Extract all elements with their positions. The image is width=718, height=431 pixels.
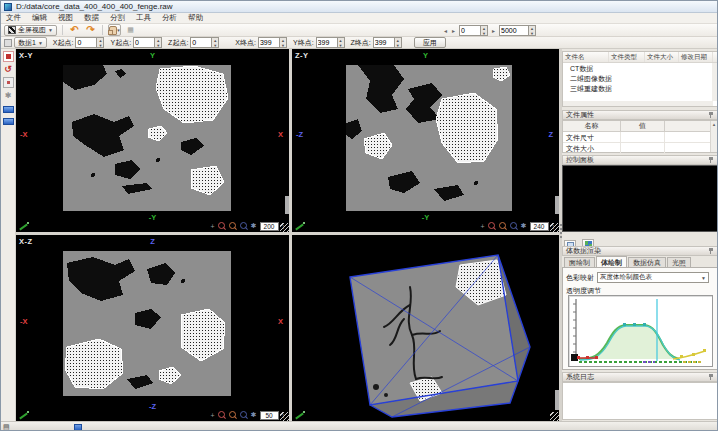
zoom-out-icon[interactable] xyxy=(229,411,237,419)
scale-spinbox[interactable]: ▲▼ xyxy=(499,25,536,36)
pin-icon[interactable] xyxy=(708,157,714,164)
marker-tool-icon[interactable] xyxy=(3,77,14,88)
y-start-spinbox[interactable]: ▲▼ xyxy=(133,37,162,48)
settings-icon[interactable]: ✱ xyxy=(251,411,257,419)
reset-view-icon[interactable]: ↺ xyxy=(3,64,14,75)
zoom-in-icon[interactable] xyxy=(488,222,496,230)
x-end-spinbox[interactable]: ▲▼ xyxy=(258,37,287,48)
redo-button[interactable]: ↷ xyxy=(84,24,97,36)
tree-item-3d-recon-data[interactable]: 三维重建数据 xyxy=(563,83,717,93)
frame-input[interactable] xyxy=(459,25,481,36)
expand-icon[interactable]: + xyxy=(211,223,215,230)
layer-button-1[interactable] xyxy=(3,106,14,113)
undo-button[interactable]: ↶ xyxy=(68,24,81,36)
system-log-box[interactable] xyxy=(562,382,718,420)
step-forward-icon[interactable]: ▸ xyxy=(491,27,496,34)
frame-spinbox[interactable]: ▲▼ xyxy=(459,25,488,36)
menu-analysis[interactable]: 分析 xyxy=(162,13,177,23)
spinner-arrows[interactable]: ▲▼ xyxy=(529,25,536,36)
menu-view[interactable]: 视图 xyxy=(58,13,73,23)
volume-render-panel: 色彩映射 灰度体绘制颜色表 ▼ 透明度调节 xyxy=(562,267,718,370)
menu-help[interactable]: 帮助 xyxy=(188,13,203,23)
resize-grip[interactable] xyxy=(280,412,289,421)
annotate-pencil-icon[interactable] xyxy=(19,410,29,419)
spinner-arrows[interactable]: ▲▼ xyxy=(481,25,488,36)
properties-scrollbar[interactable]: ▴ xyxy=(710,121,717,152)
grid-tool-button[interactable]: ▦ xyxy=(124,24,137,36)
column-modified[interactable]: 修改日期 xyxy=(679,52,713,62)
transfer-function-chart[interactable] xyxy=(569,296,712,366)
scale-input[interactable] xyxy=(499,25,529,36)
transfer-function-editor[interactable] xyxy=(568,295,713,367)
column-value[interactable]: 值 xyxy=(621,121,665,131)
zoom-out-icon[interactable] xyxy=(229,222,237,230)
tree-vertical-scrollbar[interactable] xyxy=(712,63,717,101)
pin-icon[interactable] xyxy=(708,112,714,119)
annotate-pencil-icon[interactable] xyxy=(19,221,29,230)
slice-image-xz[interactable] xyxy=(63,251,231,396)
y-end-spinbox[interactable]: ▲▼ xyxy=(316,37,345,48)
menu-data[interactable]: 数据 xyxy=(84,13,99,23)
view-mode-select[interactable]: 全屏视图 ▼ xyxy=(4,25,57,36)
resize-grip[interactable] xyxy=(550,412,559,421)
select-region-tool-icon[interactable] xyxy=(3,51,14,62)
viewport-xz[interactable]: X-Z Z -Z -X X + ✱ 50 ↕ xyxy=(16,235,289,421)
volume-render-cube[interactable] xyxy=(292,235,559,421)
menu-tools[interactable]: 工具 xyxy=(136,13,151,23)
colormap-select[interactable]: 灰度体绘制颜色表 ▼ xyxy=(597,272,709,283)
expand-icon[interactable]: + xyxy=(481,223,485,230)
apply-button[interactable]: 应用 xyxy=(414,37,446,48)
viewport-3d[interactable] xyxy=(292,235,559,421)
settings-icon[interactable]: ✱ xyxy=(521,222,527,230)
menu-segment[interactable]: 分割 xyxy=(110,13,125,23)
expand-icon[interactable]: + xyxy=(211,412,215,419)
settings-icon[interactable]: ✱ xyxy=(251,222,257,230)
column-filename[interactable]: 文件名 xyxy=(563,52,609,62)
annotate-pencil-icon[interactable] xyxy=(295,410,305,419)
step-forward-icon[interactable]: ▸ xyxy=(451,27,456,34)
slice-index-value[interactable]: 240 xyxy=(530,222,549,231)
viewport-xy[interactable]: X-Y Y -Y -X X + ✱ 200 ↕ xyxy=(16,49,289,232)
system-log-header[interactable]: 系统日志 xyxy=(562,372,718,382)
slice-image-zy[interactable] xyxy=(346,65,512,211)
pan-tool-button[interactable]: ▾ xyxy=(108,24,121,36)
column-name[interactable]: 名称 xyxy=(563,121,621,131)
dataset-select[interactable]: 数据1 ▼ xyxy=(14,37,47,48)
zoom-in-icon[interactable] xyxy=(218,411,226,419)
pin-icon[interactable] xyxy=(708,248,714,255)
slice-index-value[interactable]: 200 xyxy=(260,222,279,231)
z-start-spinbox[interactable]: ▲▼ xyxy=(190,37,219,48)
pin-icon[interactable] xyxy=(708,374,714,381)
slice-image-xy[interactable] xyxy=(63,65,231,211)
menu-grip-icon[interactable]: ▤ xyxy=(3,423,10,431)
menu-file[interactable]: 文件 xyxy=(6,13,21,23)
layer-button-2[interactable] xyxy=(3,118,14,125)
zoom-out-icon[interactable] xyxy=(499,222,507,230)
tree-item-ct-data[interactable]: CT数据 xyxy=(563,63,717,73)
control-panel-header[interactable]: 控制面板 xyxy=(562,155,718,165)
x-start-spinbox[interactable]: ▲▼ xyxy=(75,37,104,48)
z-end-spinbox[interactable]: ▲▼ xyxy=(373,37,402,48)
tree-item-2d-image-data[interactable]: 二维图像数据 xyxy=(563,73,717,83)
zoom-fit-icon[interactable] xyxy=(240,411,248,419)
zoom-in-icon[interactable] xyxy=(218,222,226,230)
control-panel-preview[interactable] xyxy=(562,165,718,232)
zoom-fit-icon[interactable] xyxy=(240,222,248,230)
file-properties-header[interactable]: 文件属性 xyxy=(562,110,718,120)
property-row-dimensions[interactable]: 文件尺寸 xyxy=(563,132,717,143)
property-row-size[interactable]: 文件大小 xyxy=(563,143,717,154)
column-filesize[interactable]: 文件大小 xyxy=(645,52,679,62)
slice-index-value[interactable]: 50 xyxy=(260,411,279,420)
viewport-zy[interactable]: Z-Y Y -Y -Z Z + ✱ 240 ↕ xyxy=(292,49,559,232)
step-back-icon[interactable]: ◂ xyxy=(443,27,448,34)
zoom-fit-icon[interactable] xyxy=(510,222,518,230)
resize-grip[interactable] xyxy=(280,223,289,232)
tree-horizontal-scrollbar[interactable] xyxy=(563,101,713,106)
menu-edit[interactable]: 编辑 xyxy=(32,13,47,23)
title-bar[interactable]: D:/data/core_data_400_400_400_fenge.raw xyxy=(1,1,718,13)
gear-icon[interactable]: ✱ xyxy=(3,90,14,101)
column-filetype[interactable]: 文件类型 xyxy=(609,52,645,62)
resize-grip[interactable] xyxy=(550,223,559,232)
annotate-pencil-icon[interactable] xyxy=(295,221,305,230)
volume-render-header[interactable]: 体数据渲染 xyxy=(562,246,718,256)
